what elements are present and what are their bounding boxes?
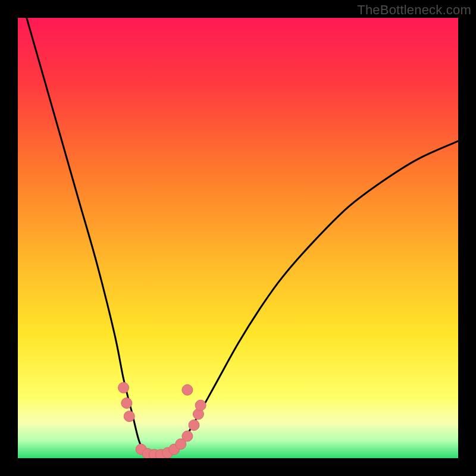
curve-marker xyxy=(118,383,129,393)
curve-layer xyxy=(18,18,458,458)
bottleneck-curve xyxy=(27,18,458,456)
curve-marker xyxy=(124,411,134,422)
curve-marker xyxy=(182,431,193,441)
curve-markers xyxy=(118,383,206,458)
curve-marker xyxy=(182,384,193,395)
plot-area xyxy=(18,18,458,458)
curve-marker xyxy=(195,400,206,411)
watermark-text: TheBottleneck.com xyxy=(357,2,471,18)
curve-marker xyxy=(121,398,132,409)
chart-frame: TheBottleneck.com xyxy=(0,0,476,476)
curve-marker xyxy=(189,420,199,431)
